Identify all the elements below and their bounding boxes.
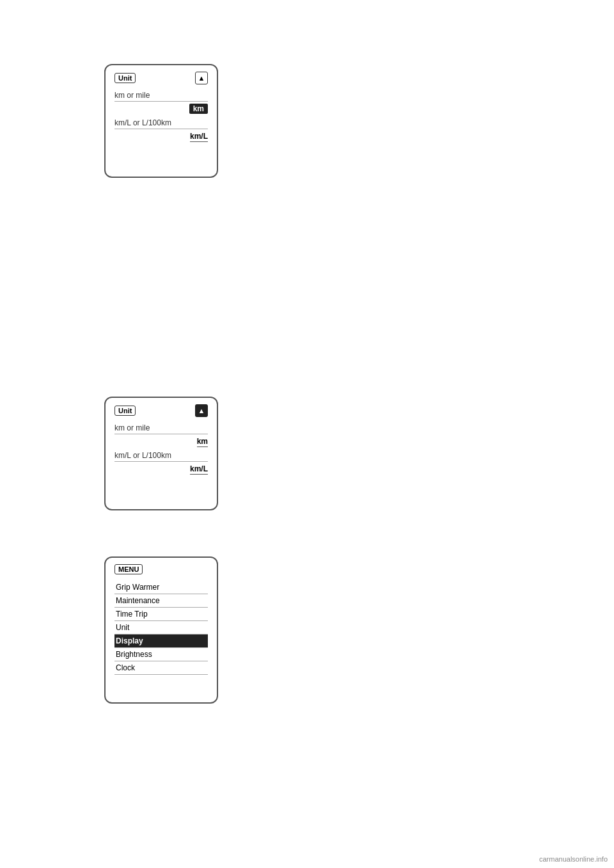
widget2-row2-value: km/L <box>190 464 208 475</box>
widget1-row1: km or mile km <box>114 91 208 113</box>
triangle-up-icon-1 <box>195 72 208 84</box>
unit-screen-widget-1: Unit km or mile km km/L or L/100km km/L <box>104 64 218 178</box>
menu-item-label: Brightness <box>116 650 152 659</box>
page: Unit km or mile km km/L or L/100km km/L … <box>0 0 614 868</box>
menu-items-list: Grip Warmer Maintenance Time Trip Unit D… <box>114 581 208 675</box>
menu-item-label: Grip Warmer <box>116 583 159 592</box>
widget1-header: Unit <box>114 72 208 84</box>
unit-screen-widget-2: Unit km or mile km km/L or L/100km km/L <box>104 397 218 510</box>
menu-item-unit[interactable]: Unit <box>114 621 208 635</box>
widget1-row2-label: km/L or L/100km <box>114 118 208 129</box>
menu-item-label: Unit <box>116 623 129 632</box>
menu-item-time-trip[interactable]: Time Trip <box>114 608 208 621</box>
widget1-row1-value: km <box>189 104 208 114</box>
triangle-solid-icon-2 <box>195 404 208 417</box>
widget2-row2-label: km/L or L/100km <box>114 451 208 462</box>
menu-item-label: Clock <box>116 663 135 672</box>
menu-screen-widget: MENU Grip Warmer Maintenance Time Trip U… <box>104 556 218 704</box>
widget1-row2: km/L or L/100km km/L <box>114 118 208 141</box>
menu-item-clock[interactable]: Clock <box>114 661 208 675</box>
widget2-row1-label: km or mile <box>114 423 208 434</box>
widget1-row1-label: km or mile <box>114 91 208 102</box>
menu-item-maintenance[interactable]: Maintenance <box>114 594 208 608</box>
menu-item-brightness[interactable]: Brightness <box>114 648 208 661</box>
widget2-row1-value: km <box>197 437 208 447</box>
menu-item-label: Display <box>116 636 143 645</box>
watermark: carmanualsonline.info <box>539 855 608 863</box>
menu-item-grip-warmer[interactable]: Grip Warmer <box>114 581 208 594</box>
widget2-row1: km or mile km <box>114 423 208 446</box>
menu-item-label: Maintenance <box>116 596 160 605</box>
menu-item-display[interactable]: Display <box>114 635 208 648</box>
widget3-header: MENU <box>114 564 208 574</box>
widget2-title: Unit <box>114 406 136 416</box>
widget2-header: Unit <box>114 404 208 417</box>
widget1-row2-value: km/L <box>190 132 208 142</box>
menu-item-label: Time Trip <box>116 610 148 619</box>
widget1-title: Unit <box>114 73 136 83</box>
widget3-title: MENU <box>114 564 143 574</box>
widget2-row2: km/L or L/100km km/L <box>114 451 208 473</box>
